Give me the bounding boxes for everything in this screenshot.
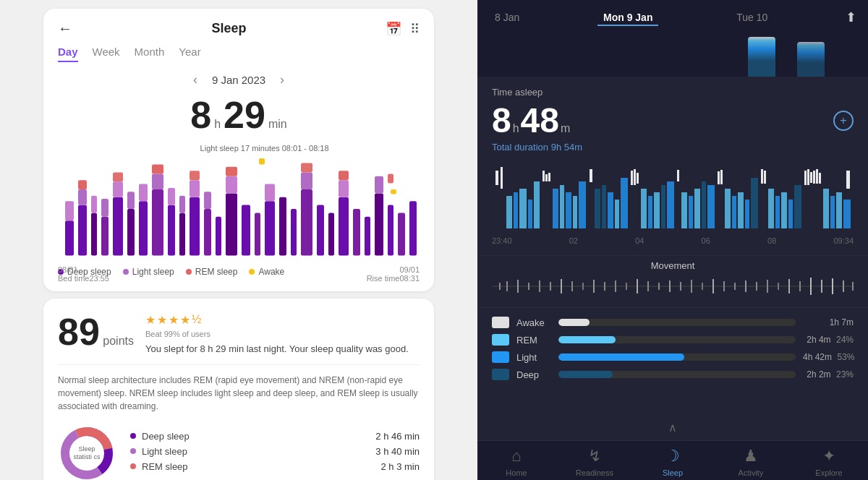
score-body-text: Normal sleep architecture includes REM (…: [58, 364, 420, 413]
movement-svg: [492, 275, 854, 297]
nav-explore[interactable]: ✦ Explore: [790, 447, 868, 477]
tab-month[interactable]: Month: [135, 46, 165, 62]
back-button[interactable]: ←: [58, 20, 72, 37]
readiness-icon: ↯: [588, 447, 601, 466]
light-bar-fill: [558, 353, 684, 361]
preview-bar-2: [797, 42, 825, 77]
date-nav-prev[interactable]: 8 Jan: [489, 9, 525, 26]
svg-rect-25: [375, 193, 383, 255]
stat-light-value: 3 h 40 min: [375, 446, 420, 457]
share-button[interactable]: ⬆: [846, 9, 856, 25]
tab-year[interactable]: Year: [179, 46, 200, 62]
chart-tooltip: Light sleep 17 minutes 08:01 - 08:18: [200, 144, 329, 153]
svg-rect-28: [409, 201, 417, 255]
date-nav-current[interactable]: Mon 9 Jan: [597, 9, 658, 26]
minutes-unit: min: [268, 118, 287, 131]
awake-color: [492, 317, 509, 328]
svg-rect-73: [566, 192, 571, 228]
svg-rect-133: [604, 282, 605, 291]
nav-readiness[interactable]: ↯ Readiness: [556, 447, 634, 477]
svg-rect-72: [560, 185, 564, 228]
svg-rect-90: [677, 170, 679, 181]
svg-rect-70: [548, 173, 550, 181]
right-date-nav: 8 Jan Mon 9 Jan Tue 10 ⬆: [477, 0, 868, 26]
svg-rect-92: [689, 196, 693, 228]
svg-rect-149: [778, 283, 779, 290]
stat-light: Light sleep 3 h 40 min: [130, 446, 420, 457]
svg-rect-108: [788, 200, 793, 228]
preview-bar-1: [748, 37, 775, 77]
stats-row: Sleep statisti cs Deep sleep 2 h 46 min …: [58, 424, 420, 480]
tab-week[interactable]: Week: [93, 46, 120, 62]
nav-home[interactable]: ⌂ Home: [477, 447, 556, 477]
rem-color: [492, 334, 509, 346]
nav-activity[interactable]: ♟ Activity: [712, 447, 790, 477]
next-date-button[interactable]: ›: [280, 72, 284, 87]
bed-time-label: Bed time23:55: [58, 274, 109, 283]
svg-rect-47: [113, 172, 123, 181]
chart-time-4: 06: [702, 236, 710, 245]
svg-rect-49: [190, 171, 200, 180]
rem-bar: [558, 336, 796, 343]
add-button[interactable]: +: [833, 111, 854, 131]
bottom-nav: ⌂ Home ↯ Readiness ☽ Sleep ♟ Activity ✦ …: [477, 440, 868, 480]
right-panel: 8 Jan Mon 9 Jan Tue 10 ⬆ Time asleep 8 h…: [477, 0, 868, 480]
svg-rect-40: [204, 192, 211, 209]
more-icon[interactable]: ⠿: [410, 21, 420, 37]
svg-rect-82: [631, 171, 633, 185]
svg-rect-97: [720, 170, 723, 184]
svg-rect-75: [579, 181, 586, 228]
time-asleep-label: Time asleep: [492, 87, 854, 98]
svg-rect-100: [738, 192, 744, 228]
calendar-icon[interactable]: 📅: [386, 21, 401, 37]
stat-light-dot: [130, 448, 136, 454]
svg-rect-130: [571, 281, 573, 291]
breakdown-rem: REM 2h 4m 24%: [492, 334, 854, 346]
date-nav-next[interactable]: Tue 10: [731, 9, 773, 26]
svg-rect-42: [265, 184, 275, 202]
svg-rect-125: [517, 280, 519, 293]
svg-rect-8: [168, 205, 175, 256]
nav-home-label: Home: [506, 468, 527, 477]
svg-rect-134: [615, 280, 616, 292]
left-panel: ← Sleep 📅 ⠿ Day Week Month Year ‹ 9 Jan …: [0, 0, 477, 480]
svg-rect-5: [127, 209, 135, 256]
svg-rect-91: [681, 192, 687, 228]
header-row: ← Sleep 📅 ⠿: [58, 20, 420, 37]
duration-row: 8 h 29 min: [58, 93, 420, 137]
svg-rect-105: [768, 189, 774, 228]
svg-rect-81: [621, 178, 628, 228]
preview-bars: [477, 26, 868, 77]
svg-rect-51: [301, 163, 312, 172]
sleep-chart: [58, 158, 420, 260]
chart-footer-right: 09/01 Rise time08:31: [367, 265, 420, 283]
stars-row: ★ ★ ★ ★ ½: [145, 313, 420, 327]
prev-date-button[interactable]: ‹: [193, 72, 197, 87]
svg-rect-38: [179, 196, 185, 213]
svg-rect-64: [514, 192, 518, 228]
chart-time-1: 23:40: [492, 236, 512, 245]
collapse-button[interactable]: ∧: [477, 416, 868, 440]
nav-sleep[interactable]: ☽ Sleep: [634, 447, 712, 477]
light-name: Light: [516, 352, 551, 363]
chart-time-2: 02: [569, 236, 578, 245]
star-2: ★: [157, 313, 167, 327]
svg-rect-106: [775, 196, 780, 228]
breakdown-deep: Deep 2h 2m 23%: [492, 369, 854, 380]
sleep-info-box: Time asleep 8 h 48 m + Total duration 9h…: [477, 77, 868, 160]
chart-time-3: 04: [635, 236, 644, 245]
rem-bar-fill: [558, 336, 616, 343]
svg-rect-52: [339, 171, 349, 180]
svg-rect-48: [152, 165, 163, 174]
stat-rem-name: REM sleep: [142, 461, 375, 472]
chart-footer-left: 08/01 Bed time23:55: [58, 265, 109, 283]
svg-rect-128: [550, 282, 551, 291]
score-description: You slept for 8 h 29 min last night. You…: [145, 343, 420, 356]
tab-day[interactable]: Day: [58, 46, 78, 62]
svg-rect-129: [561, 279, 562, 293]
svg-rect-111: [807, 169, 809, 185]
svg-rect-22: [339, 197, 349, 256]
awake-bar: [558, 319, 796, 326]
deep-bar-fill: [558, 371, 613, 378]
svg-rect-17: [279, 197, 286, 256]
